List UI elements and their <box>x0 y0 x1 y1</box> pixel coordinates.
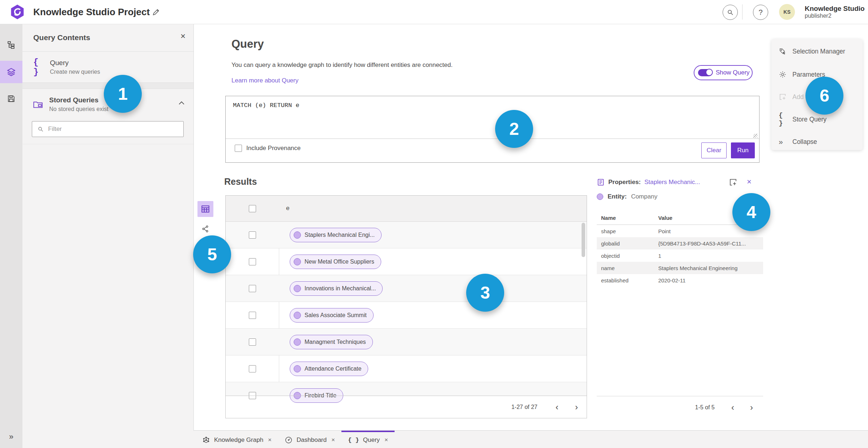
entity-pill[interactable]: Staplers Mechanical Engi... <box>290 228 382 242</box>
prev-page-button[interactable]: ‹ <box>729 403 736 412</box>
tab-knowledge-graph[interactable]: Knowledge Graph × <box>196 431 278 448</box>
chevron-up-icon[interactable] <box>178 101 185 105</box>
property-row[interactable]: shape Point <box>597 225 763 237</box>
tab-dashboard[interactable]: Dashboard × <box>278 431 341 448</box>
properties-entity-link[interactable]: Staplers Mechanic... <box>644 179 700 186</box>
table-row[interactable]: Managment Techniques <box>226 329 587 355</box>
add-square-icon <box>779 93 787 101</box>
close-tab-icon[interactable]: × <box>331 436 335 444</box>
table-row[interactable]: Sales Associate Summit <box>226 302 587 329</box>
property-row[interactable]: established 2020-02-11 <box>597 274 763 286</box>
header-divider <box>742 4 743 20</box>
table-view-button[interactable] <box>197 201 213 217</box>
close-tab-icon[interactable]: × <box>268 436 272 444</box>
filter-input[interactable] <box>47 125 168 133</box>
entity-pill[interactable]: New Metal Office Suppliers <box>290 255 381 269</box>
col-header-name: Name <box>601 215 658 221</box>
property-row[interactable]: globalid {5D9B4713-F98D-4A53-A59F-C11... <box>597 237 763 249</box>
table-row[interactable]: Innovations in Mechanical... <box>226 275 587 302</box>
resize-handle[interactable] <box>753 134 758 138</box>
table-row[interactable]: Attendance Certificate <box>226 355 587 382</box>
run-button[interactable]: Run <box>731 142 755 158</box>
toggle-track[interactable] <box>698 69 712 76</box>
query-section-title: Query <box>231 38 264 51</box>
next-page-button[interactable]: › <box>573 403 580 411</box>
tab-query[interactable]: { } Query × <box>341 431 395 448</box>
add-to-selection-icon[interactable] <box>729 178 737 187</box>
entity-dot-icon <box>294 258 301 265</box>
selection-manager-icon <box>779 47 787 55</box>
entity-pill[interactable]: Sales Associate Summit <box>290 308 374 323</box>
row-checkbox[interactable] <box>249 285 256 292</box>
results-page-range: 1-27 of 27 <box>511 404 537 410</box>
data-model-rail-button[interactable] <box>0 34 22 56</box>
include-provenance-checkbox[interactable] <box>235 145 242 152</box>
entity-dot-icon <box>294 285 301 292</box>
close-panel-icon[interactable]: × <box>180 32 186 40</box>
properties-doc-icon <box>597 178 605 187</box>
braces-icon: { } <box>779 111 787 127</box>
close-tab-icon[interactable]: × <box>384 436 388 444</box>
question-icon: ? <box>758 8 762 17</box>
row-checkbox[interactable] <box>249 338 256 346</box>
entity-dot-icon <box>294 365 301 372</box>
column-header-e: e <box>286 205 289 212</box>
row-checkbox[interactable] <box>249 312 256 319</box>
properties-page-range: 1-5 of 5 <box>695 404 715 411</box>
store-query-item[interactable]: { } Store Query <box>771 111 863 127</box>
user-info[interactable]: Knowledge Studio publisher2 <box>805 5 865 19</box>
avatar[interactable]: KS <box>779 4 795 20</box>
link-chart-view-button[interactable] <box>200 223 211 234</box>
expand-rail-button[interactable]: » <box>0 432 22 441</box>
search-button[interactable] <box>723 5 738 20</box>
chevrons-right-icon: » <box>779 137 787 146</box>
annotation-2: 2 <box>495 110 533 148</box>
entity-pill[interactable]: Managment Techniques <box>290 335 373 349</box>
table-scrollbar[interactable] <box>582 223 585 257</box>
show-query-toggle[interactable]: Show Query <box>694 65 753 80</box>
include-provenance-label: Include Provenance <box>246 145 301 152</box>
next-page-button[interactable]: › <box>748 403 755 412</box>
entity-pill[interactable]: Attendance Certificate <box>290 362 368 376</box>
save-rail-button[interactable] <box>0 88 22 110</box>
prev-page-button[interactable]: ‹ <box>553 403 561 411</box>
sidebar-item-query[interactable]: { } Query Create new queries <box>22 52 193 83</box>
query-item-label: Query <box>50 59 100 67</box>
braces-icon: { } <box>348 437 359 444</box>
gear-icon <box>779 71 787 78</box>
app-header: Knowledge Studio Project ? KS Knowledge … <box>0 0 868 24</box>
properties-title: Properties: <box>608 179 641 186</box>
property-row[interactable]: objectid 1 <box>597 249 763 262</box>
row-checkbox[interactable] <box>249 231 256 239</box>
entity-dot-icon <box>597 193 603 200</box>
app-logo <box>9 4 25 20</box>
row-checkbox[interactable] <box>249 258 256 265</box>
user-name: Knowledge Studio <box>805 5 865 13</box>
layers-rail-button[interactable] <box>0 61 22 83</box>
entity-type: Company <box>631 193 658 200</box>
table-row[interactable]: Staplers Mechanical Engi... <box>226 222 587 248</box>
filter-field[interactable] <box>32 121 184 137</box>
table-row[interactable]: Firebird Title <box>226 382 587 396</box>
query-editor-input[interactable]: MATCH (e) RETURN e <box>226 96 759 138</box>
collapse-item[interactable]: » Collapse <box>771 134 863 150</box>
row-checkbox[interactable] <box>249 365 256 372</box>
table-icon <box>201 204 210 214</box>
selection-manager-item[interactable]: Selection Manager <box>771 43 863 59</box>
entity-pill[interactable]: Innovations in Mechanical... <box>290 281 383 296</box>
results-title: Results <box>224 176 257 187</box>
entity-dot-icon <box>294 312 301 319</box>
annotation-5: 5 <box>193 235 231 273</box>
learn-more-link[interactable]: Learn more about Query <box>231 77 298 84</box>
property-row[interactable]: name Staplers Mechanical Engineering <box>597 262 763 274</box>
stored-queries-label: Stored Queries <box>49 96 109 104</box>
table-row[interactable]: New Metal Office Suppliers <box>226 248 587 275</box>
clear-button[interactable]: Clear <box>701 142 727 158</box>
left-icon-rail: » <box>0 24 23 448</box>
annotation-4: 4 <box>732 193 770 231</box>
close-properties-icon[interactable]: × <box>747 178 752 186</box>
panel-title: Query Contents <box>33 33 90 42</box>
select-all-checkbox[interactable] <box>249 205 256 212</box>
edit-title-pencil-icon[interactable] <box>152 8 160 16</box>
help-button[interactable]: ? <box>753 5 768 20</box>
